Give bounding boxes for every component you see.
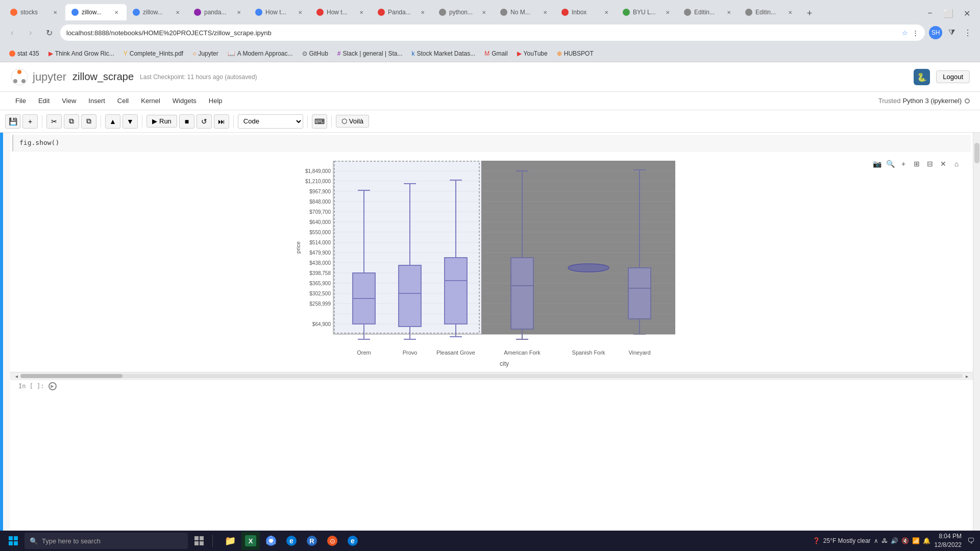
restore-button[interactable]: ⬜ xyxy=(941,6,955,20)
extensions-icon[interactable]: ⧩ xyxy=(944,26,959,40)
tab-pandas2[interactable]: Panda... ✕ xyxy=(372,4,433,20)
tab-python[interactable]: python... ✕ xyxy=(433,4,494,20)
help-icon[interactable]: ❓ xyxy=(813,537,820,544)
restart-button[interactable]: ↺ xyxy=(197,114,212,129)
star-icon[interactable]: ☆ xyxy=(902,29,908,37)
menu-view[interactable]: View xyxy=(57,95,81,107)
profile-icon[interactable]: SH xyxy=(929,26,942,39)
tab-close[interactable]: ✕ xyxy=(296,8,304,16)
copy-button[interactable]: ⧉ xyxy=(64,114,79,129)
skip-button[interactable]: ⏭ xyxy=(214,114,229,129)
tab-pandas[interactable]: panda... ✕ xyxy=(188,4,249,20)
r-icon[interactable]: R xyxy=(303,532,321,550)
scrollbar-thumb-vertical[interactable] xyxy=(974,143,979,163)
bookmark-thinkgrow[interactable]: ▶ Think And Grow Ric... xyxy=(44,48,118,59)
tab-close[interactable]: ✕ xyxy=(357,8,365,16)
tab-editing2[interactable]: Editin... ✕ xyxy=(739,4,800,20)
move-down-button[interactable]: ▼ xyxy=(122,114,138,129)
bookmark-stat435[interactable]: stat 435 xyxy=(5,48,43,59)
wifi-icon[interactable]: 📶 xyxy=(912,537,920,544)
zoom-icon[interactable]: 🔍 xyxy=(884,158,896,170)
camera-icon[interactable]: 📷 xyxy=(871,158,883,170)
menu-insert[interactable]: Insert xyxy=(83,95,110,107)
bookmark-hubspot[interactable]: ⊕ HUBSPOT xyxy=(553,48,598,59)
grid-icon[interactable]: ⊞ xyxy=(911,158,923,170)
menu-edit[interactable]: Edit xyxy=(33,95,55,107)
move-up-button[interactable]: ▲ xyxy=(105,114,120,129)
tab-zillow2[interactable]: zillow... ✕ xyxy=(127,4,188,20)
vertical-scrollbar[interactable] xyxy=(973,133,980,531)
add-trace-icon[interactable]: + xyxy=(897,158,910,170)
scroll-right-arrow[interactable]: ▸ xyxy=(963,372,971,380)
tab-close[interactable]: ✕ xyxy=(602,8,610,16)
edge-icon2[interactable]: e xyxy=(344,532,362,550)
tab-close[interactable]: ✕ xyxy=(51,8,59,16)
bookmark-youtube[interactable]: ▶ YouTube xyxy=(513,48,552,59)
bookmark-gmail[interactable]: M Gmail xyxy=(480,48,511,59)
close-button[interactable]: ✕ xyxy=(960,6,974,20)
task-view-button[interactable] xyxy=(190,532,208,550)
paste-button[interactable]: ⧉ xyxy=(81,114,96,129)
scrollbar-thumb[interactable] xyxy=(20,374,122,378)
tab-inbox[interactable]: Inbox ✕ xyxy=(555,4,617,20)
stop-button[interactable]: ■ xyxy=(179,114,194,129)
tab-close[interactable]: ✕ xyxy=(112,8,120,16)
minimize-button[interactable]: − xyxy=(923,6,937,20)
taskbar-search[interactable]: 🔍 Type here to search xyxy=(24,533,188,549)
notification-icon[interactable]: 🔔 xyxy=(923,537,930,544)
network-icon[interactable]: 🖧 xyxy=(881,537,888,544)
extension-icon[interactable]: ⋮ xyxy=(912,29,919,37)
menu-icon[interactable]: ⋮ xyxy=(961,26,975,40)
back-button[interactable]: ‹ xyxy=(5,26,19,40)
reload-button[interactable]: ↻ xyxy=(42,26,56,40)
tab-close[interactable]: ✕ xyxy=(541,8,549,16)
chrome-icon[interactable] xyxy=(262,532,280,550)
tab-editing1[interactable]: Editin... ✕ xyxy=(678,4,739,20)
bookmark-stock[interactable]: k Stock Market Datas... xyxy=(408,48,480,59)
tab-close[interactable]: ✕ xyxy=(786,8,794,16)
file-explorer-icon[interactable]: 📁 xyxy=(221,532,239,550)
add-cell-button[interactable]: + xyxy=(22,114,38,129)
tab-how1[interactable]: How t... ✕ xyxy=(249,4,310,20)
tab-close[interactable]: ✕ xyxy=(725,8,733,16)
menu-help[interactable]: Help xyxy=(204,95,228,107)
tab-nom[interactable]: No M... ✕ xyxy=(494,4,555,20)
tab-how2[interactable]: How t... ✕ xyxy=(310,4,372,20)
menu-file[interactable]: File xyxy=(10,95,31,107)
menu-widgets[interactable]: Widgets xyxy=(167,95,202,107)
excel-icon[interactable]: X xyxy=(241,532,260,550)
expand-tray-icon[interactable]: ∧ xyxy=(874,537,878,544)
cell-type-select[interactable]: Code Markdown Raw NBConvert xyxy=(238,114,303,129)
logout-button[interactable]: Logout xyxy=(936,70,970,83)
start-button[interactable] xyxy=(4,532,22,550)
bookmark-slack[interactable]: # Slack | general | Sta... xyxy=(333,48,407,59)
tab-close[interactable]: ✕ xyxy=(174,8,182,16)
scroll-left-arrow[interactable]: ◂ xyxy=(12,372,20,380)
menu-kernel[interactable]: Kernel xyxy=(136,95,165,107)
ubuntu-icon[interactable]: ⊙ xyxy=(323,532,341,550)
bookmark-jupyter[interactable]: ○ Jupyter xyxy=(188,48,223,59)
bookmark-github[interactable]: ⊙ GitHub xyxy=(298,48,332,59)
menu-cell[interactable]: Cell xyxy=(112,95,134,107)
mute-icon[interactable]: 🔇 xyxy=(901,537,909,544)
voila-button[interactable]: ⬡ Voilà xyxy=(336,115,369,128)
cell-add-icon[interactable]: ▶ xyxy=(48,382,57,390)
address-bar[interactable]: localhost:8888/notebooks/HOME%20PROJECTS… xyxy=(60,24,925,41)
tab-byu[interactable]: BYU L... ✕ xyxy=(617,4,678,20)
notebook-filename[interactable]: zillow_scrape xyxy=(72,71,134,83)
forward-button[interactable]: › xyxy=(23,26,38,40)
tab-close[interactable]: ✕ xyxy=(480,8,488,16)
tab-zillow-active[interactable]: zillow... ✕ xyxy=(65,4,127,20)
new-tab-button[interactable]: + xyxy=(802,6,817,20)
save-button[interactable]: 💾 xyxy=(5,114,20,129)
run-button[interactable]: ▶ Run xyxy=(146,115,177,128)
home-icon[interactable]: ⌂ xyxy=(950,158,963,170)
bookmark-hints[interactable]: Y Complete_Hints.pdf xyxy=(119,48,187,59)
taskbar-clock[interactable]: 8:04 PM 12/8/2022 xyxy=(935,532,962,549)
tab-close[interactable]: ✕ xyxy=(419,8,427,16)
cut-button[interactable]: ✂ xyxy=(46,114,62,129)
notification-button[interactable]: 🗨 xyxy=(966,532,976,550)
horizontal-scrollbar[interactable]: ◂ ▸ xyxy=(10,372,973,380)
close-icon[interactable]: ✕ xyxy=(937,158,949,170)
keyboard-button[interactable]: ⌨ xyxy=(312,114,327,129)
